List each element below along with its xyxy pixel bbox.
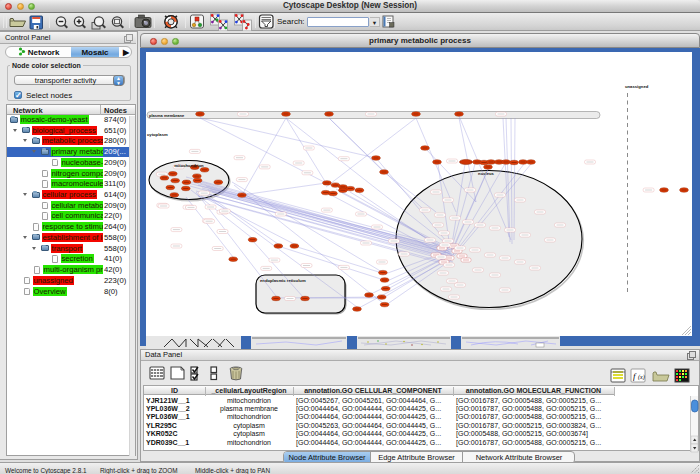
svg-text:mitochondrion: mitochondrion: [174, 163, 204, 168]
svg-text:(x): (x): [638, 374, 645, 381]
svg-text:plasma membrane: plasma membrane: [149, 113, 185, 118]
svg-text:cytoplasm: cytoplasm: [147, 132, 168, 137]
svg-text:endoplasmic reticulum: endoplasmic reticulum: [260, 278, 306, 283]
svg-text:unassigned: unassigned: [625, 84, 649, 89]
